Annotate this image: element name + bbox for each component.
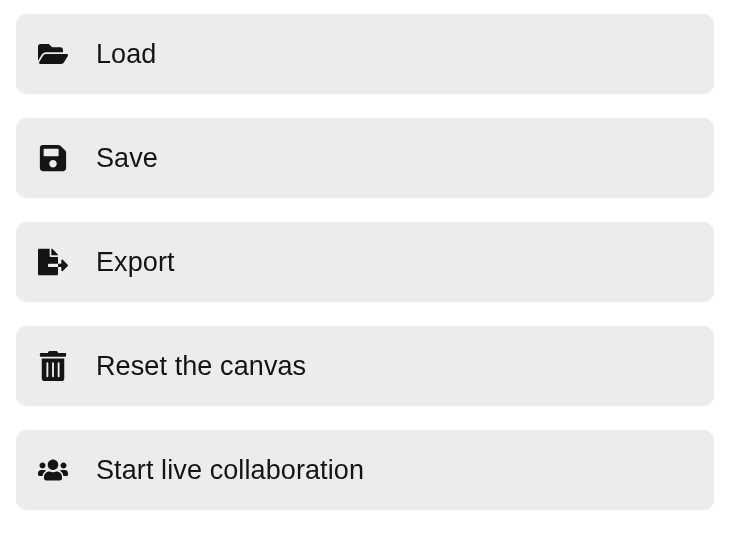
save-menu-item[interactable]: Save (16, 118, 714, 198)
load-menu-item[interactable]: Load (16, 14, 714, 94)
folder-open-icon (38, 39, 78, 69)
trash-icon (38, 351, 78, 381)
menu-item-label: Reset the canvas (96, 351, 306, 382)
users-icon (38, 455, 78, 485)
menu-item-label: Save (96, 143, 158, 174)
file-menu: Load Save Export Reset the canvas Start … (16, 14, 714, 510)
save-icon (38, 143, 78, 173)
menu-item-label: Start live collaboration (96, 455, 364, 486)
menu-item-label: Export (96, 247, 175, 278)
reset-canvas-menu-item[interactable]: Reset the canvas (16, 326, 714, 406)
menu-item-label: Load (96, 39, 156, 70)
live-collaboration-menu-item[interactable]: Start live collaboration (16, 430, 714, 510)
file-export-icon (38, 247, 78, 277)
export-menu-item[interactable]: Export (16, 222, 714, 302)
